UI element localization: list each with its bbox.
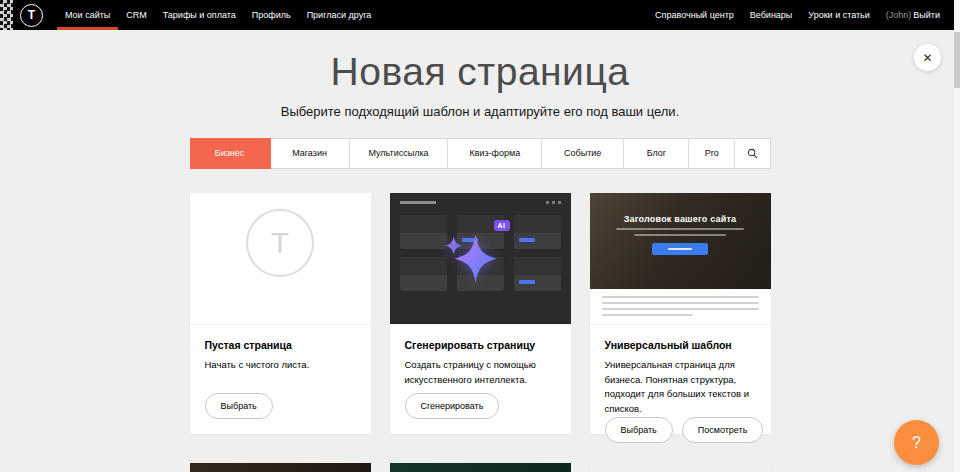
mock-nav-dots [546,201,561,204]
card-title: Пустая страница [205,339,356,351]
mock-text-line [616,228,744,230]
template-preview [590,463,771,472]
current-user: (John) [878,0,914,30]
mock-text-line [634,234,726,236]
main-nav: Мои сайты CRM Тарифы и оплата Профиль Пр… [57,0,379,30]
mock-dot [546,201,549,204]
mock-text-line [602,302,759,304]
mock-image [514,257,561,275]
mock-hero-section: Заголовок вашего сайта [590,193,771,289]
mock-text-line [602,296,759,298]
mock-button [519,280,535,284]
checker-pattern [0,0,13,30]
template-card [190,463,371,472]
blank-page-preview: T [190,193,371,325]
top-bar: T Мои сайты CRM Тарифы и оплата Профиль … [0,0,960,30]
generate-button[interactable]: Сгенерировать [405,393,500,419]
page-subtitle: Выберите подходящий шаблон и адаптируйте… [0,104,960,119]
nav-lessons[interactable]: Уроки и статьи [800,0,877,30]
page-title: Новая страница [0,50,960,95]
mock-title-bar [400,201,436,204]
card-description: Создать страницу с помощью искусственног… [405,358,556,387]
tab-multilink[interactable]: Мультиссылка [350,139,449,168]
card-actions: Выбрать [205,393,356,419]
mock-dot [558,201,561,204]
template-category-tabs: Бизнес Магазин Мультиссылка Квиз-форма С… [190,138,771,169]
tilda-logo-letter: T [28,8,35,22]
mock-cta-button [652,243,708,255]
template-cards-row-1: T Пустая страница Начать с чистого листа… [190,193,771,434]
nav-invite-friend[interactable]: Пригласи друга [299,0,380,30]
mock-text-section [590,289,771,324]
nav-crm[interactable]: CRM [118,0,155,30]
question-icon: ? [912,434,921,452]
mock-text-line [602,314,693,316]
template-preview [190,463,371,472]
mock-button [519,238,535,242]
nav-help-center[interactable]: Справочный центр [647,0,742,30]
tab-blog[interactable]: Блог [624,139,689,168]
ai-sparkle-icon [440,228,512,294]
template-card-universal: Заголовок вашего сайта Универсальный шаб… [590,193,771,434]
mock-cta-label [668,248,692,250]
close-icon: ✕ [922,52,932,64]
card-actions: Выбрать Посмотреть [605,417,756,443]
scrollbar-track[interactable] [954,0,960,472]
tab-search[interactable] [735,139,770,168]
template-preview [390,463,571,472]
tab-shop[interactable]: Магазин [271,139,350,168]
card-body: Универсальный шаблон Универсальная стран… [590,325,771,458]
template-card-blank: T Пустая страница Начать с чистого листа… [190,193,371,434]
new-page-dialog: ✕ Новая страница Выберите подходящий шаб… [0,30,960,472]
logout-link[interactable]: Выйти [913,0,948,30]
mock-dot [552,201,555,204]
tilda-logo[interactable]: T [20,4,43,27]
universal-template-preview: Заголовок вашего сайта [590,193,771,325]
tilda-mark-icon: T [246,209,314,277]
mock-card [514,257,561,291]
search-icon [747,148,758,159]
tilda-mark-letter: T [271,226,289,260]
nav-tariffs[interactable]: Тарифы и оплата [155,0,244,30]
template-cards-row-2 [190,463,771,472]
card-body: Сгенерировать страницу Создать страницу … [390,325,571,434]
card-description: Универсальная страница для бизнеса. Поня… [605,358,756,417]
help-button[interactable]: ? [894,420,939,465]
ai-badge: AI [494,220,510,231]
card-title: Универсальный шаблон [605,339,756,351]
mock-hero-heading: Заголовок вашего сайта [624,214,737,224]
choose-button[interactable]: Выбрать [205,393,273,419]
card-actions: Сгенерировать [405,393,556,419]
secondary-nav: Справочный центр Вебинары Уроки и статьи… [647,0,948,30]
mock-card [514,215,561,249]
card-body: Пустая страница Начать с чистого листа. … [190,325,371,434]
tab-business[interactable]: Бизнес [190,138,271,169]
mock-site-topbar [400,201,561,204]
preview-button[interactable]: Посмотреть [682,417,764,443]
nav-profile[interactable]: Профиль [244,0,299,30]
template-card [590,463,771,472]
close-button[interactable]: ✕ [914,44,941,71]
choose-button[interactable]: Выбрать [605,417,673,443]
card-title: Сгенерировать страницу [405,339,556,351]
scrollbar-thumb[interactable] [954,32,960,88]
template-card [390,463,571,472]
template-card-ai-generate: AI Сгенерировать страницу Создать страни… [390,193,571,434]
ai-generate-preview: AI [390,193,571,325]
tab-pro[interactable]: Pro [689,139,734,168]
tab-quiz-form[interactable]: Квиз-форма [448,139,542,168]
nav-my-sites[interactable]: Мои сайты [57,0,118,30]
mock-image [514,215,561,233]
card-description: Начать с чистого листа. [205,358,356,373]
nav-webinars[interactable]: Вебинары [742,0,801,30]
tab-event[interactable]: Событие [542,139,624,168]
mock-text-line [602,308,759,310]
